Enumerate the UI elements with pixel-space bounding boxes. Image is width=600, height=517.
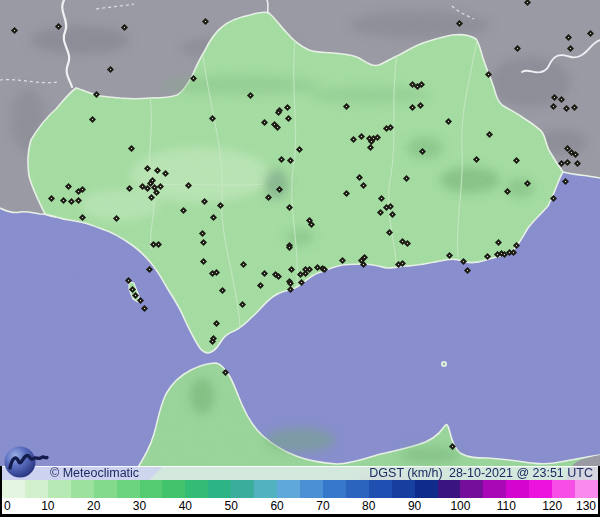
meteoclimatic-logo[interactable] <box>3 445 53 481</box>
color-scale-gradient <box>2 480 598 498</box>
scale-block-110 <box>506 480 529 498</box>
scale-block-0 <box>2 480 25 498</box>
scale-block-60 <box>277 480 300 498</box>
meteoclimatic-credit-link[interactable]: © Meteoclimatic <box>50 467 139 480</box>
scale-tick-40: 40 <box>179 499 192 513</box>
scale-block-100 <box>460 480 483 498</box>
scale-block-40 <box>185 480 208 498</box>
scale-block-105 <box>483 480 506 498</box>
color-scale-ticks: 0102030405060708090100110120130 <box>2 498 598 514</box>
scale-block-85 <box>392 480 415 498</box>
scale-tick-30: 30 <box>133 499 146 513</box>
scale-block-35 <box>162 480 185 498</box>
scale-block-90 <box>415 480 438 498</box>
weather-map-window: © Meteoclimatic DGST (km/h) 28-10-2021 @… <box>0 0 600 517</box>
scale-block-5 <box>25 480 48 498</box>
scale-tick-120: 120 <box>542 499 562 513</box>
scale-block-15 <box>71 480 94 498</box>
scale-block-95 <box>438 480 461 498</box>
scale-tick-130: 130 <box>576 499 596 513</box>
scale-block-30 <box>140 480 163 498</box>
scale-block-45 <box>208 480 231 498</box>
scale-block-80 <box>369 480 392 498</box>
scale-tick-0: 0 <box>4 499 11 513</box>
scale-tick-100: 100 <box>450 499 470 513</box>
scale-tick-60: 60 <box>270 499 283 513</box>
footer-label-bar: © Meteoclimatic DGST (km/h) 28-10-2021 @… <box>2 466 598 480</box>
scale-block-50 <box>231 480 254 498</box>
scale-block-70 <box>323 480 346 498</box>
scale-block-75 <box>346 480 369 498</box>
timestamp-label: 28-10-2021 @ 23:51 UTC <box>449 466 593 480</box>
scale-block-20 <box>94 480 117 498</box>
scale-tick-10: 10 <box>41 499 54 513</box>
terrain-noise <box>0 0 600 517</box>
scale-block-55 <box>254 480 277 498</box>
scale-block-25 <box>117 480 140 498</box>
scale-tick-70: 70 <box>316 499 329 513</box>
legend-footer: © Meteoclimatic DGST (km/h) 28-10-2021 @… <box>0 466 600 517</box>
scale-tick-90: 90 <box>408 499 421 513</box>
scale-block-125 <box>575 480 598 498</box>
scale-block-10 <box>48 480 71 498</box>
product-timestamp-label: DGST (km/h) 28-10-2021 @ 23:51 UTC <box>369 467 593 480</box>
scale-block-120 <box>552 480 575 498</box>
scale-tick-50: 50 <box>225 499 238 513</box>
product-label: DGST (km/h) <box>369 466 442 480</box>
andalusia-gust-map <box>0 0 600 517</box>
scale-tick-110: 110 <box>497 499 516 513</box>
scale-tick-20: 20 <box>87 499 100 513</box>
scale-tick-80: 80 <box>362 499 375 513</box>
scale-block-65 <box>300 480 323 498</box>
scale-block-115 <box>529 480 552 498</box>
